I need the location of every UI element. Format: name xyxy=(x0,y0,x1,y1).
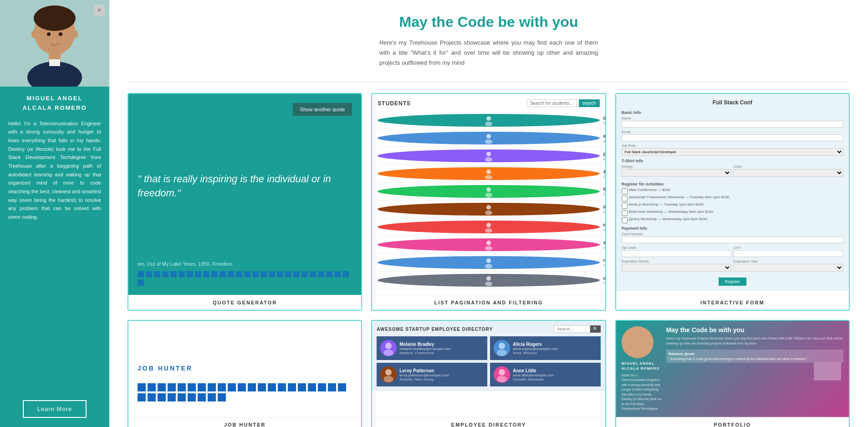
svg-point-34 xyxy=(385,369,392,376)
project-card-job[interactable]: JOB HUNTER JOB xyxy=(128,320,362,427)
activity-check[interactable] xyxy=(622,195,628,201)
profile-bio: Hello! I'm a Telecomunication Engineer w… xyxy=(0,113,109,228)
activity-checkbox: Node.js Workshop — Tuesday 1pm-5pm $100 xyxy=(622,202,843,209)
student-avatar xyxy=(378,256,599,269)
svg-point-31 xyxy=(383,350,393,356)
dir-search-input[interactable] xyxy=(554,325,590,333)
svg-point-26 xyxy=(486,258,491,263)
student-name: phillip cox xyxy=(603,151,605,156)
student-email: ramon.macrae@example.com xyxy=(603,263,605,268)
form-email-input[interactable] xyxy=(622,134,843,141)
form-color-label: Color xyxy=(733,165,843,169)
form-color-select[interactable] xyxy=(733,169,843,177)
svg-point-21 xyxy=(485,211,492,215)
student-avatar xyxy=(378,132,599,144)
employee-location: Norwalk, Nebraska xyxy=(513,377,554,381)
employee-card[interactable]: Anne Little anne.little@example.com Norw… xyxy=(490,363,601,386)
form-name-input[interactable] xyxy=(622,121,843,128)
portfolio-quote-text: " Everything that is really great and in… xyxy=(669,357,841,360)
form-cvv-label: CVV xyxy=(733,246,843,250)
activity-label: Build tools Workshop — Wednesday 9am-1pm… xyxy=(629,210,714,214)
svg-point-36 xyxy=(499,369,505,376)
employee-info: Melanie Bradley melanie.bradley@example.… xyxy=(399,342,450,355)
form-cvv-input[interactable] xyxy=(733,250,843,257)
employee-name: Leroy Patterson xyxy=(399,368,449,373)
student-search-input[interactable] xyxy=(527,99,577,107)
activity-label: Node.js Workshop — Tuesday 1pm-5pm $100 xyxy=(629,202,704,206)
svg-point-13 xyxy=(485,139,492,144)
form-job-select[interactable]: Full Stack JavaScript Developer xyxy=(622,148,843,156)
hero-section: May the Code be with you Here's my Treeh… xyxy=(379,14,598,68)
project-card-directory[interactable]: AWESOME STARTUP EMPLOYEE DIRECTORY 🔍 Mel… xyxy=(371,320,606,427)
student-avatar xyxy=(378,185,599,198)
portfolio-quote-box: Random Quote " Everything that is really… xyxy=(666,350,843,363)
project-card-form[interactable]: Full Stack Conf Basic Info Name Email Jo… xyxy=(615,93,850,311)
form-exp-year-select[interactable] xyxy=(733,264,843,272)
main-content: May the Code be with you Here's my Treeh… xyxy=(109,0,868,427)
student-search-button[interactable]: search xyxy=(579,99,600,107)
portfolio-preview: MIGUEL ANGEL ALCALA ROMERO Hello! I'm a … xyxy=(616,321,849,417)
svg-rect-5 xyxy=(49,59,60,66)
project-card-list[interactable]: STUDENTS search iboya vat iboya.vat@exam… xyxy=(371,93,606,311)
student-email: mark.colin@example.com xyxy=(603,227,605,232)
svg-point-37 xyxy=(497,376,507,382)
avatar-svg xyxy=(0,0,109,87)
student-name: zlida moreira xyxy=(603,169,605,174)
employee-name: Melanie Bradley xyxy=(399,342,450,347)
list-title: STUDENTS xyxy=(378,100,411,107)
form-register-button[interactable]: Register xyxy=(719,278,747,286)
project-card-portfolio[interactable]: MIGUEL ANGEL ALCALA ROMERO Hello! I'm a … xyxy=(615,320,850,427)
student-info: lilou le gall lilou.le.gall@example.com xyxy=(603,187,605,196)
portfolio-bio: Hello! I'm a Telecomunication Engineer w… xyxy=(622,373,663,412)
svg-point-14 xyxy=(486,152,491,156)
form-design-select[interactable] xyxy=(622,169,732,177)
list-item: lilou le gall lilou.le.gall@example.com … xyxy=(378,183,599,201)
close-button[interactable]: × xyxy=(94,5,105,15)
list-search[interactable]: search xyxy=(527,99,600,107)
student-info: iboya vat iboya.vat@example.com xyxy=(603,116,605,125)
dir-search[interactable]: 🔍 xyxy=(554,325,601,333)
form-basic-info: Basic Info xyxy=(622,110,843,115)
employee-email: leroy.patterson@example.com xyxy=(399,373,449,377)
student-email: phillip.cox@example.com xyxy=(603,156,605,161)
employee-card[interactable]: Leroy Patterson leroy.patterson@example.… xyxy=(377,363,487,386)
activity-check[interactable] xyxy=(622,210,628,216)
portfolio-desc: Here's my Treehouse Projects showcase wh… xyxy=(666,336,843,346)
project-card-quote[interactable]: Show another quote " that is really insp… xyxy=(128,93,362,311)
dir-search-button[interactable]: 🔍 xyxy=(590,325,601,333)
show-quote-button[interactable]: Show another quote xyxy=(293,103,352,116)
activity-check[interactable] xyxy=(622,203,628,209)
portfolio-mini-preview xyxy=(814,362,841,381)
student-email: zlida.moreira@example.com xyxy=(603,174,605,179)
employee-avatar xyxy=(380,366,397,383)
form-activities-section: Register for Activities xyxy=(622,182,843,186)
project-label-form: INTERACTIVE FORM xyxy=(616,295,849,310)
list-item: zlida moreira zlida.moreira@example.com … xyxy=(378,165,599,183)
activity-check[interactable] xyxy=(622,217,628,223)
student-name: aapo niskanen xyxy=(603,134,605,139)
employee-name: Alicia Rogers xyxy=(513,342,558,347)
student-email: connor.taylor@example.com xyxy=(603,281,605,285)
employee-info: Leroy Patterson leroy.patterson@example.… xyxy=(399,368,449,381)
learn-more-button[interactable]: Learn More xyxy=(23,400,87,418)
sidebar: × MIGUEL ANGEL ALCALA ROMERO He xyxy=(0,0,109,427)
form-card-input[interactable] xyxy=(622,237,843,243)
form-exp-month-select[interactable] xyxy=(622,264,732,272)
form-exp-month-label: Expiration Month xyxy=(622,259,732,263)
activity-checkbox: Main Conference — $200 xyxy=(622,188,843,194)
activity-label: Main Conference — $200 xyxy=(629,188,670,192)
employee-location: Amarillo, New Jersey xyxy=(399,377,449,381)
student-email: iboya.vat@example.com xyxy=(603,121,605,125)
activity-checkbox: JavaScript Frameworks Workshop — Tuesday… xyxy=(622,195,843,201)
student-list: iboya vat iboya.vat@example.com Joined 0… xyxy=(378,112,599,289)
student-info: ramon macrae ramon.macrae@example.com xyxy=(603,258,605,268)
form-zip-input[interactable] xyxy=(622,250,732,257)
activity-check[interactable] xyxy=(622,188,628,194)
employee-info: Anne Little anne.little@example.com Norw… xyxy=(513,368,554,381)
employee-card[interactable]: Melanie Bradley melanie.bradley@example.… xyxy=(377,336,487,360)
employee-card[interactable]: Alicia Rogers alicia.rogers@example.com … xyxy=(490,336,601,360)
list-item: aapo niskanen aapo.niskanen@example.com … xyxy=(378,129,599,147)
student-avatar xyxy=(378,274,599,287)
form-job-label: Job Role xyxy=(622,144,843,148)
portfolio-avatar xyxy=(622,326,654,358)
